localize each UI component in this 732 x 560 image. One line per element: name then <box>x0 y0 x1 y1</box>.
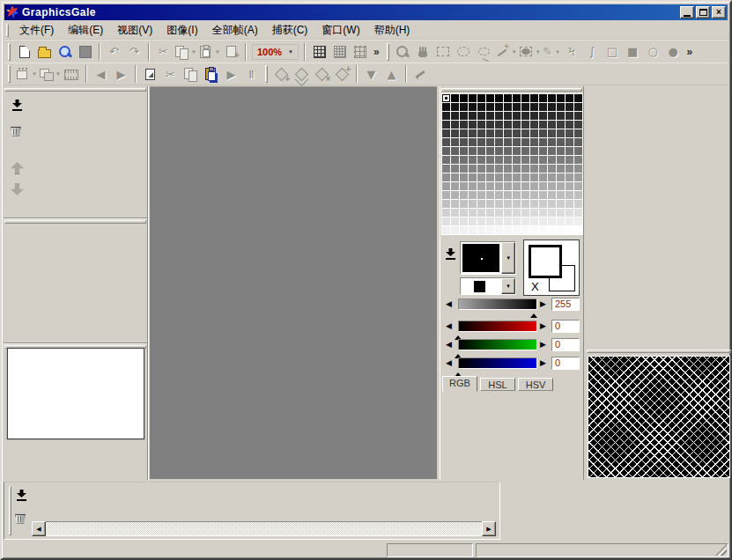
duplicate-frame-button[interactable]: ▼ <box>38 64 62 84</box>
palette-cell[interactable] <box>469 103 477 111</box>
blue-decrease-arrow[interactable]: ◀ <box>446 357 452 369</box>
palette-cell[interactable] <box>539 182 547 190</box>
open-file-button[interactable] <box>34 42 55 62</box>
palette-cell[interactable] <box>513 156 521 164</box>
palette-cell[interactable] <box>504 147 512 155</box>
palette-cell[interactable] <box>557 226 565 234</box>
palette-cell[interactable] <box>460 200 468 208</box>
palette-cell[interactable] <box>486 112 494 120</box>
palette-cell[interactable] <box>504 217 512 225</box>
palette-cell[interactable] <box>504 121 512 129</box>
palette-cell[interactable] <box>539 173 547 181</box>
palette-cell[interactable] <box>513 165 521 173</box>
titlebar[interactable]: GraphicsGale × <box>4 4 728 20</box>
palette-cell[interactable] <box>477 191 485 199</box>
palette-cell[interactable] <box>513 209 521 217</box>
green-decrease-arrow[interactable]: ◀ <box>446 339 452 350</box>
palette-cell[interactable] <box>477 129 485 137</box>
palette-cell[interactable] <box>521 226 529 234</box>
palette-cell[interactable] <box>486 94 494 102</box>
red-slider-track[interactable] <box>458 321 537 332</box>
palette-cell[interactable] <box>539 147 547 155</box>
palette-cell[interactable] <box>477 182 485 190</box>
palette-cell[interactable] <box>566 182 573 190</box>
palette-cell[interactable] <box>530 173 538 181</box>
palette-cell[interactable] <box>521 200 529 208</box>
fg-bg-indicator[interactable]: X <box>523 239 580 296</box>
palette-cell[interactable] <box>574 217 582 225</box>
palette-cell[interactable] <box>486 138 494 146</box>
palette-cell[interactable] <box>451 191 459 199</box>
scroll-left-button[interactable]: ◀ <box>32 521 46 536</box>
palette-cell[interactable] <box>566 217 573 225</box>
palette-cell[interactable] <box>557 165 565 173</box>
palette-cell[interactable] <box>548 156 556 164</box>
alpha-slider-track[interactable] <box>458 298 537 310</box>
paste-as-new-button[interactable] <box>221 42 241 62</box>
palette-cell[interactable] <box>513 200 521 208</box>
blue-increase-arrow[interactable]: ▶ <box>540 357 546 369</box>
palette-cell[interactable] <box>504 138 512 146</box>
minimize-button[interactable] <box>680 6 694 18</box>
palette-cell[interactable] <box>530 200 538 208</box>
palette-cell[interactable] <box>486 129 494 137</box>
toolbar-grip[interactable] <box>8 43 11 61</box>
panel-grab-handle[interactable] <box>9 486 11 535</box>
palette-cell[interactable] <box>574 156 582 164</box>
palette-cell[interactable] <box>539 217 547 225</box>
palette-cell[interactable] <box>442 226 450 234</box>
palette-cell[interactable] <box>477 173 485 181</box>
palette-cell[interactable] <box>539 200 547 208</box>
red-value-input[interactable]: 0 <box>551 320 580 333</box>
palette-cell[interactable] <box>469 182 477 190</box>
palette-cell[interactable] <box>548 209 556 217</box>
palette-cell[interactable] <box>574 103 582 111</box>
palette-cell[interactable] <box>504 226 512 234</box>
palette-cell[interactable] <box>574 121 582 129</box>
palette-cell[interactable] <box>548 200 556 208</box>
palette-cell[interactable] <box>495 138 503 146</box>
menu-view[interactable]: 视图(V) <box>110 21 159 40</box>
close-button[interactable]: × <box>712 6 726 18</box>
resize-grip[interactable] <box>715 544 727 556</box>
new-frame-button[interactable]: ▼ <box>14 64 38 84</box>
toolbar-grip[interactable] <box>265 65 268 83</box>
palette-cell[interactable] <box>477 103 485 111</box>
background-color-swatch[interactable] <box>462 279 500 293</box>
palette-cell[interactable] <box>504 209 512 217</box>
palette-cell[interactable] <box>504 129 512 137</box>
palette-cell[interactable] <box>539 103 547 111</box>
cut-frame-button[interactable]: ✂ <box>160 64 181 84</box>
palette-cell[interactable] <box>469 173 477 181</box>
palette-cell[interactable] <box>451 121 459 129</box>
palette-cell[interactable] <box>548 182 556 190</box>
palette-cell[interactable] <box>530 217 538 225</box>
palette-cell[interactable] <box>442 156 450 164</box>
palette-cell[interactable] <box>539 112 547 120</box>
palette-cell[interactable] <box>548 191 556 199</box>
palette-cell[interactable] <box>566 173 573 181</box>
palette-cell[interactable] <box>442 147 450 155</box>
palette-cell[interactable] <box>495 156 503 164</box>
palette-cell[interactable] <box>566 156 573 164</box>
palette-cell[interactable] <box>530 191 538 199</box>
palette-cell[interactable] <box>557 94 565 102</box>
palette-cell[interactable] <box>460 209 468 217</box>
palette-cell[interactable] <box>530 209 538 217</box>
palette-cell[interactable] <box>557 147 565 155</box>
tab-rgb[interactable]: RGB <box>442 376 477 392</box>
palette-cell[interactable] <box>451 209 459 217</box>
palette-cell[interactable] <box>477 226 485 234</box>
palette-cell[interactable] <box>548 94 556 102</box>
magic-wand-tool-button[interactable]: ▼ <box>494 42 518 62</box>
palette-cell[interactable] <box>495 182 503 190</box>
palette-cell[interactable] <box>513 129 521 137</box>
palette-cell[interactable] <box>486 226 494 234</box>
layer-delete-button[interactable] <box>11 122 28 137</box>
palette-cell[interactable] <box>557 200 565 208</box>
prev-frame-button[interactable]: ◀ <box>91 64 111 84</box>
toolbar-overflow-chevron[interactable]: » <box>684 46 697 58</box>
palette-cell[interactable] <box>513 182 521 190</box>
palette-cell[interactable] <box>469 129 477 137</box>
acquire-frame-button[interactable] <box>140 64 160 84</box>
